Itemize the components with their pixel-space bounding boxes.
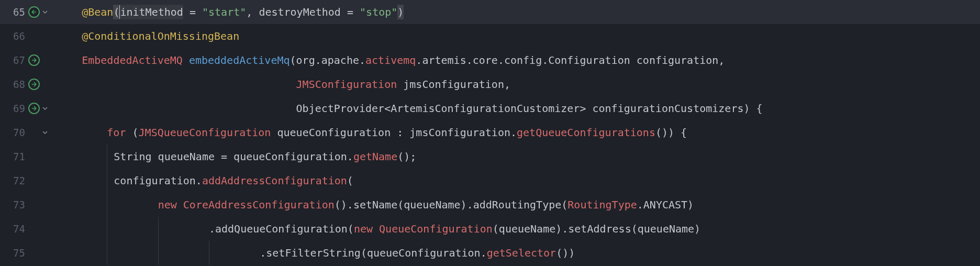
line-number: 75 <box>4 246 25 260</box>
gutter: 75 <box>0 241 57 265</box>
gutter: 71 <box>0 145 57 169</box>
type-name: RoutingType <box>567 197 637 212</box>
code-content[interactable]: JMSConfiguration jmsConfiguration, <box>57 77 510 92</box>
code-content[interactable]: for ( JMSQueueConfiguration queueConfigu… <box>57 125 687 140</box>
method-call: getName <box>353 149 397 164</box>
indent-guide <box>107 169 114 193</box>
string-literal: "stop" <box>360 5 397 19</box>
code-line[interactable]: 69 ObjectProvider<ArtemisConfigurationCu… <box>0 96 980 120</box>
line-number: 69 <box>4 102 25 116</box>
paren-open: ( <box>113 5 119 19</box>
line-number: 67 <box>4 53 25 68</box>
method-call: getQueueConfigurations <box>517 125 655 140</box>
indent-guide <box>158 241 165 265</box>
indent-guide <box>107 193 114 217</box>
package-segment: activemq <box>365 53 416 68</box>
keyword-new: new <box>354 221 373 236</box>
code-content[interactable]: ObjectProvider<ArtemisConfigurationCusto… <box>57 101 763 116</box>
gutter: 67 <box>0 48 57 72</box>
gutter-icons[interactable] <box>28 6 48 18</box>
code-line[interactable]: 73 new CoreAddressConfiguration ().setNa… <box>0 193 980 217</box>
paren-close: ) <box>397 5 404 19</box>
code-line[interactable]: 65 @Bean ( initMethod = "start" , destro… <box>0 0 980 24</box>
indent-guide <box>107 145 114 169</box>
recursive-call-out-icon[interactable] <box>28 54 40 66</box>
gutter: 66 <box>0 24 57 48</box>
line-number: 65 <box>4 5 25 19</box>
method-declaration: embeddedActiveMq <box>189 53 290 68</box>
code-content[interactable]: EmbeddedActiveMQ embeddedActiveMq ( org.… <box>57 53 725 68</box>
fold-chevron-icon[interactable] <box>42 9 48 15</box>
code-content[interactable]: @ConditionalOnMissingBean <box>57 29 239 43</box>
gutter-icons[interactable] <box>28 103 48 114</box>
indent-guide <box>107 241 114 265</box>
gutter-icons[interactable] <box>28 54 40 66</box>
fold-chevron-icon[interactable] <box>42 105 48 112</box>
line-number: 70 <box>4 126 25 140</box>
keyword-new: new <box>158 197 177 212</box>
recursive-call-out-icon[interactable] <box>28 103 40 114</box>
code-line[interactable]: 72 configuration. addAddressConfiguratio… <box>0 169 980 193</box>
indent-guide <box>158 217 165 241</box>
text-cursor <box>119 5 120 19</box>
gutter: 73 <box>0 193 57 217</box>
code-line[interactable]: 75 .setFilterString(queueConfiguration. … <box>0 241 980 265</box>
gutter: 68 <box>0 72 57 96</box>
gutter: 70 <box>0 120 57 145</box>
code-editor[interactable]: 65 @Bean ( initMethod = "start" , destro… <box>0 0 980 266</box>
string-literal: "start" <box>202 5 246 19</box>
code-line[interactable]: 70 for ( JMSQueueConfiguration queueConf… <box>0 120 980 145</box>
code-line[interactable]: 68 JMSConfiguration jmsConfiguration, <box>0 72 980 96</box>
type-name: CoreAddressConfiguration <box>183 197 335 212</box>
gutter-icons[interactable] <box>28 129 48 136</box>
line-number: 74 <box>4 222 25 236</box>
recursive-call-in-icon[interactable] <box>28 6 40 18</box>
code-content[interactable]: new CoreAddressConfiguration ().setName(… <box>57 193 694 217</box>
type-name: QueueConfiguration <box>379 221 493 236</box>
gutter: 74 <box>0 217 57 241</box>
type-name: JMSQueueConfiguration <box>139 125 271 140</box>
code-content[interactable]: @Bean ( initMethod = "start" , destroyMe… <box>57 5 404 19</box>
type-name: JMSConfiguration <box>296 77 397 92</box>
code-line[interactable]: 67 EmbeddedActiveMQ embeddedActiveMq ( o… <box>0 48 980 72</box>
annotation: @Bean <box>82 5 113 19</box>
type-name: EmbeddedActiveMQ <box>82 53 183 68</box>
code-content[interactable]: String queueName = queueConfiguration. g… <box>57 145 416 169</box>
indent-guide <box>209 241 216 265</box>
keyword-for: for <box>107 125 126 140</box>
recursive-call-out-icon[interactable] <box>28 79 40 90</box>
code-line[interactable]: 71 String queueName = queueConfiguration… <box>0 145 980 169</box>
line-number: 73 <box>4 198 25 212</box>
gutter: 69 <box>0 96 57 120</box>
code-line[interactable]: 66 @ConditionalOnMissingBean <box>0 24 980 48</box>
line-number: 68 <box>4 77 25 92</box>
line-number: 66 <box>4 29 25 43</box>
line-number: 72 <box>4 174 25 188</box>
method-call: getSelector <box>487 246 556 260</box>
code-line[interactable]: 74 .addQueueConfiguration( new QueueConf… <box>0 217 980 241</box>
method-call: addAddressConfiguration <box>202 173 347 188</box>
code-content[interactable]: configuration. addAddressConfiguration ( <box>57 169 353 193</box>
code-content[interactable]: .addQueueConfiguration( new QueueConfigu… <box>57 217 700 241</box>
gutter: 72 <box>0 169 57 193</box>
gutter: 65 <box>0 0 57 24</box>
code-content[interactable]: .setFilterString(queueConfiguration. get… <box>57 241 575 265</box>
fold-chevron-icon[interactable] <box>42 129 48 136</box>
line-number: 71 <box>4 150 25 164</box>
param-name: initMethod <box>120 6 183 18</box>
annotation: @ConditionalOnMissingBean <box>82 29 239 43</box>
param-name: destroyMethod <box>259 5 341 19</box>
gutter-icons[interactable] <box>28 79 40 90</box>
indent-guide <box>107 217 114 241</box>
